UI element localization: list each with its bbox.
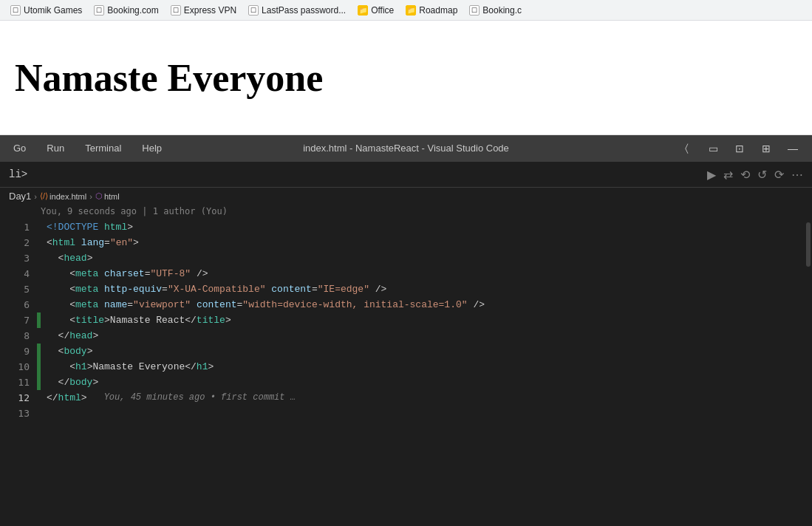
bookmark-label-roadmap: Roadmap	[419, 5, 457, 16]
html-node-icon: ⬡	[95, 191, 103, 201]
code-line-13	[47, 406, 799, 421]
bookmark-icon-booking: ☐	[94, 5, 104, 16]
webpage-preview: Namaste Everyone	[0, 21, 812, 135]
window-minimize-icon[interactable]: —	[782, 140, 803, 157]
line-number-4: 4	[0, 266, 37, 281]
source-control-icon[interactable]: ⟲	[740, 168, 750, 182]
breadcrumb-html: html	[104, 192, 120, 201]
line-number-7: 7	[0, 312, 37, 328]
line-number-5: 5	[0, 281, 37, 297]
terminal-action-icons: ▶ ⇄ ⟲ ↺ ⟳ ⋯	[707, 168, 803, 182]
folder-icon-office: 📁	[358, 5, 368, 16]
sidebar-toggle-icon[interactable]: 〈	[676, 140, 697, 157]
code-line-12: </html>You, 45 minutes ago • first commi…	[47, 390, 799, 406]
editor-body: 12345678910111213 <!DOCTYPE html><html l…	[0, 219, 812, 526]
bookmark-booking2[interactable]: ☐ Booking.c	[465, 4, 526, 17]
line-number-11: 11	[0, 375, 37, 390]
bookmark-label-booking: Booking.com	[107, 5, 158, 16]
folder-icon-roadmap: 📁	[406, 5, 416, 16]
git-blame-header: You, 9 seconds ago | 1 author (You)	[0, 205, 812, 219]
run-icon[interactable]: ▶	[707, 168, 716, 182]
vscode-editor: Go Run Terminal Help index.html - Namast…	[0, 135, 812, 526]
layout-single-icon[interactable]: ▭	[703, 140, 723, 157]
line-number-2: 2	[0, 235, 37, 250]
code-line-9: <body>	[47, 344, 799, 359]
file-icon: ⟨/⟩	[40, 191, 48, 201]
bookmark-lastpass[interactable]: ☐ LastPass password...	[244, 4, 350, 17]
breadcrumb: Day1 › ⟨/⟩ index.html › ⬡ html	[0, 188, 812, 205]
bookmark-label-vpn: Express VPN	[184, 5, 236, 16]
bookmark-roadmap[interactable]: 📁 Roadmap	[401, 4, 462, 17]
breadcrumb-day1[interactable]: Day1	[9, 191, 31, 202]
bookmark-label-booking2: Booking.c	[482, 5, 522, 16]
breadcrumb-sep2: ›	[89, 192, 92, 201]
page-heading: Namaste Everyone	[15, 56, 323, 100]
code-line-5: <meta http-equiv="X-UA-Compatible" conte…	[47, 281, 799, 297]
bookmark-icon-lastpass: ☐	[248, 5, 259, 16]
line-number-9: 9	[0, 344, 37, 359]
bookmark-expressvpn[interactable]: ☐ Express VPN	[166, 4, 241, 17]
line-number-3: 3	[0, 250, 37, 266]
menu-go[interactable]: Go	[9, 141, 30, 155]
cloud-icon[interactable]: ⟳	[774, 168, 784, 182]
bookmark-label-office: Office	[371, 5, 394, 16]
git-blame-text: You, 9 seconds ago | 1 author (You)	[41, 206, 228, 216]
vscode-titlebar: Go Run Terminal Help index.html - Namast…	[0, 135, 812, 161]
menu-help[interactable]: Help	[137, 141, 166, 155]
line-number-6: 6	[0, 297, 37, 312]
bookmark-icon-booking2: ☐	[469, 5, 480, 16]
code-line-11: </body>	[47, 375, 799, 390]
code-line-8: </head>	[47, 328, 799, 344]
line-number-1: 1	[0, 219, 37, 235]
bookmark-office[interactable]: 📁 Office	[353, 4, 398, 17]
bookmark-label-utomik: Utomik Games	[24, 5, 82, 16]
menu-run[interactable]: Run	[42, 141, 69, 155]
bookmarks-bar: ☐ Utomik Games ☐ Booking.com ☐ Express V…	[0, 0, 812, 21]
vscode-window-title: index.html - NamasteReact - Visual Studi…	[303, 143, 509, 154]
refresh-icon[interactable]: ↺	[757, 168, 767, 182]
line-number-10: 10	[0, 359, 37, 375]
breadcrumb-filename: index.html	[50, 192, 86, 201]
layout-split-icon[interactable]: ⊡	[729, 140, 750, 157]
bookmark-booking[interactable]: ☐ Booking.com	[89, 4, 163, 17]
scrollbar-track[interactable]	[805, 219, 812, 526]
inline-git-blame-12: You, 45 minutes ago • first commit …	[104, 390, 296, 406]
scrollbar-thumb[interactable]	[806, 222, 811, 267]
bookmark-label-lastpass: LastPass password...	[262, 5, 346, 16]
line-number-8: 8	[0, 328, 37, 344]
vscode-window-controls: 〈 ▭ ⊡ ⊞ —	[676, 140, 803, 157]
terminal-prompt: li>	[9, 168, 27, 180]
layout-grid-icon[interactable]: ⊞	[756, 140, 777, 157]
breadcrumb-sep1: ›	[34, 192, 37, 201]
vscode-command-bar: li> ▶ ⇄ ⟲ ↺ ⟳ ⋯	[0, 161, 812, 188]
code-line-1: <!DOCTYPE html>	[47, 219, 799, 235]
bookmark-icon-utomik: ☐	[10, 5, 21, 16]
code-line-3: <head>	[47, 250, 799, 266]
code-line-2: <html lang="en">	[47, 235, 799, 250]
code-line-10: <h1>Namaste Everyone</h1>	[47, 359, 799, 375]
breadcrumb-html-tag[interactable]: ⬡ html	[95, 191, 120, 201]
code-line-7: <title>Namaste React</title>	[47, 312, 799, 328]
line-numbers-gutter: 12345678910111213	[0, 219, 37, 526]
vscode-menu: Go Run Terminal Help	[9, 141, 166, 155]
sync-changes-icon[interactable]: ⇄	[723, 168, 733, 182]
bookmark-utomik[interactable]: ☐ Utomik Games	[6, 4, 86, 17]
more-icon[interactable]: ⋯	[791, 168, 803, 182]
line-number-12: 12	[0, 390, 37, 406]
bookmark-icon-vpn: ☐	[171, 5, 181, 16]
breadcrumb-file[interactable]: ⟨/⟩ index.html	[40, 191, 86, 201]
code-line-4: <meta charset="UTF-8" />	[47, 266, 799, 281]
code-line-6: <meta name="viewport" content="width=dev…	[47, 297, 799, 312]
menu-terminal[interactable]: Terminal	[81, 141, 126, 155]
code-content: <!DOCTYPE html><html lang="en"> <head> <…	[41, 219, 805, 526]
line-number-13: 13	[0, 406, 37, 421]
